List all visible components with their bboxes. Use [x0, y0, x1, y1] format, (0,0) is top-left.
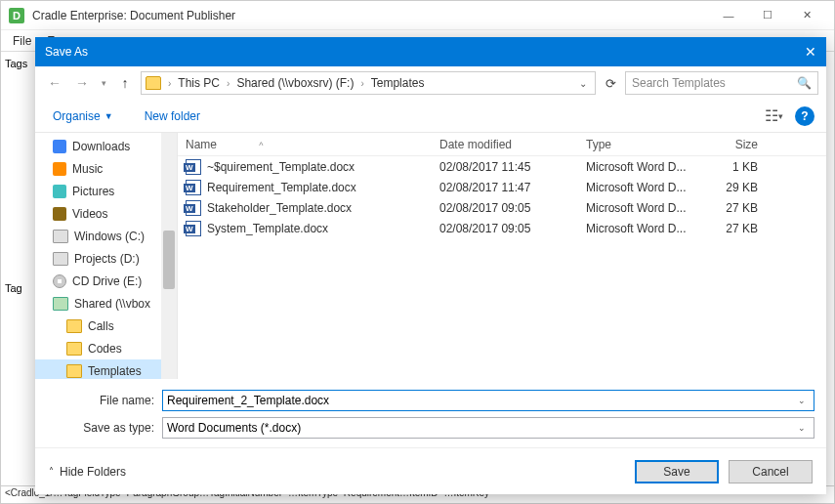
search-icon: 🔍: [797, 76, 812, 90]
column-type[interactable]: Type: [578, 138, 697, 151]
folder-icon: [146, 76, 161, 90]
file-type: Microsoft Word D...: [578, 201, 697, 215]
filename-row: File name: ⌄: [47, 387, 814, 414]
tree-item[interactable]: Codes: [35, 337, 177, 359]
saveastype-label: Save as type:: [47, 421, 154, 435]
hide-folders-toggle[interactable]: ˄ Hide Folders: [49, 465, 126, 479]
search-input[interactable]: [632, 76, 797, 90]
tree-item[interactable]: Calls: [35, 315, 177, 337]
file-type: Microsoft Word D...: [578, 222, 697, 235]
file-size: 29 KB: [697, 181, 766, 194]
tree-item[interactable]: Pictures: [35, 180, 177, 202]
column-name[interactable]: Name ^: [178, 138, 432, 151]
file-row[interactable]: ~$quirement_Template.docx02/08/2017 11:4…: [178, 156, 826, 177]
hide-folders-label: Hide Folders: [60, 465, 126, 479]
tree-item-label: Shared (\\vbox: [74, 297, 150, 311]
address-bar[interactable]: › This PC › Shared (\\vboxsrv) (F:) › Te…: [141, 71, 596, 95]
recent-caret-icon[interactable]: ▾: [98, 71, 109, 95]
app-left-panel: Tags Tag: [1, 54, 38, 503]
sort-ascending-icon: ^: [259, 141, 263, 150]
chevron-down-icon[interactable]: ⌄: [794, 423, 810, 433]
tree-item[interactable]: Shared (\\vbox: [35, 292, 177, 315]
tree-item[interactable]: Projects (D:): [35, 247, 177, 270]
filename-field[interactable]: ⌄: [162, 390, 814, 411]
window-controls: — ☐ ✕: [709, 2, 826, 29]
tree-item[interactable]: Windows (C:): [35, 225, 177, 247]
scrollbar-thumb[interactable]: [163, 231, 175, 289]
tree-item[interactable]: Templates: [35, 359, 177, 379]
folder-tree[interactable]: DownloadsMusicPicturesVideosWindows (C:)…: [35, 133, 178, 379]
chevron-down-icon[interactable]: ⌄: [794, 396, 810, 405]
dialog-titlebar: Save As ✕: [35, 37, 826, 66]
main-split: DownloadsMusicPicturesVideosWindows (C:)…: [35, 133, 826, 379]
back-button[interactable]: ←: [43, 71, 66, 95]
app-icon: D: [9, 8, 24, 23]
app-titlebar: D Cradle Enterprise: Document Publisher …: [1, 1, 834, 30]
maximize-button[interactable]: ☐: [748, 2, 787, 29]
save-button[interactable]: Save: [635, 460, 719, 483]
pic-icon: [53, 185, 66, 198]
tag-label: Tag: [1, 278, 37, 298]
folder-icon: [66, 342, 82, 356]
saveastype-field[interactable]: Word Documents (*.docx) ⌄: [162, 417, 814, 439]
drive-icon: [53, 252, 68, 266]
nav-row: ← → ▾ ↑ › This PC › Shared (\\vboxsrv) (…: [35, 66, 826, 100]
organise-button[interactable]: Organise ▼: [47, 105, 119, 127]
help-button[interactable]: ?: [795, 106, 814, 126]
app-title: Cradle Enterprise: Document Publisher: [32, 9, 709, 22]
column-date[interactable]: Date modified: [432, 138, 578, 151]
organise-label: Organise: [53, 109, 101, 123]
filename-input[interactable]: [167, 394, 794, 407]
column-size[interactable]: Size: [697, 138, 766, 151]
chevron-down-icon: ▼: [104, 111, 113, 121]
chevron-right-icon: ›: [165, 78, 174, 89]
minimize-button[interactable]: —: [709, 2, 748, 29]
tree-item[interactable]: Videos: [35, 202, 177, 225]
dl-icon: [53, 140, 66, 153]
close-button[interactable]: ✕: [787, 2, 826, 29]
close-icon[interactable]: ✕: [805, 44, 816, 60]
cancel-button[interactable]: Cancel: [729, 460, 813, 483]
drive-icon: [53, 230, 68, 243]
file-row[interactable]: Stakeholder_Template.docx02/08/2017 09:0…: [178, 197, 826, 218]
breadcrumb[interactable]: Templates: [369, 76, 427, 90]
file-list-pane: Name ^ Date modified Type Size ~$quireme…: [178, 133, 826, 379]
save-as-dialog: Save As ✕ ← → ▾ ↑ › This PC › Shared (\\…: [35, 37, 826, 494]
vid-icon: [53, 207, 66, 221]
view-mode-button[interactable]: ☷ ▾: [760, 105, 787, 127]
dialog-title: Save As: [45, 45, 805, 59]
tree-item-label: CD Drive (E:): [72, 274, 142, 288]
scrollbar[interactable]: [161, 133, 177, 379]
file-row[interactable]: System_Template.docx02/08/2017 09:05Micr…: [178, 218, 826, 238]
tree-item[interactable]: Downloads: [35, 135, 177, 157]
chevron-right-icon: ›: [224, 78, 232, 89]
word-doc-icon: [186, 221, 201, 236]
form-area: File name: ⌄ Save as type: Word Document…: [35, 379, 826, 447]
file-date: 02/08/2017 11:45: [432, 160, 578, 174]
new-folder-button[interactable]: New folder: [139, 105, 206, 127]
search-box[interactable]: 🔍: [625, 71, 818, 95]
breadcrumb[interactable]: This PC: [176, 76, 222, 90]
chevron-up-icon: ˄: [49, 466, 54, 477]
filename-label: File name:: [47, 394, 154, 407]
tree-item-label: Music: [72, 162, 103, 176]
tree-item-label: Projects (D:): [74, 252, 140, 266]
tags-label: Tags: [1, 54, 37, 73]
tree-item[interactable]: Music: [35, 157, 177, 180]
up-button[interactable]: ↑: [113, 71, 137, 95]
file-date: 02/08/2017 11:47: [432, 181, 578, 194]
file-size: 27 KB: [697, 222, 766, 235]
file-list-header: Name ^ Date modified Type Size: [178, 133, 826, 156]
file-name: ~$quirement_Template.docx: [207, 160, 355, 174]
tree-item[interactable]: CD Drive (E:): [35, 270, 177, 292]
address-dropdown-icon[interactable]: ⌄: [575, 78, 591, 89]
file-name: Requirement_Template.docx: [207, 181, 356, 194]
folder-icon: [66, 319, 82, 333]
file-date: 02/08/2017 09:05: [432, 222, 578, 235]
tree-item-label: Videos: [72, 207, 107, 221]
net-icon: [53, 297, 68, 311]
breadcrumb[interactable]: Shared (\\vboxsrv) (F:): [234, 76, 355, 90]
forward-button[interactable]: →: [70, 71, 94, 95]
refresh-button[interactable]: ⟳: [600, 72, 621, 94]
file-row[interactable]: Requirement_Template.docx02/08/2017 11:4…: [178, 177, 826, 197]
